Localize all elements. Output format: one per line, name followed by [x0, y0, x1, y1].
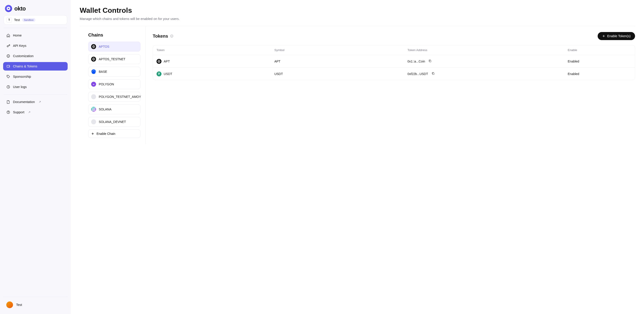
enable-tokens-label: Enable Token(s)	[607, 34, 630, 38]
col-token: Token	[153, 45, 271, 55]
token-status: Enabled	[564, 55, 635, 68]
brand-logo: okto	[3, 4, 68, 15]
nav-label: Sponsorship	[13, 75, 31, 78]
table-row: USDT USDT 0xf22b...USDT Enabled	[153, 68, 635, 80]
token-icon	[156, 59, 162, 64]
col-enable: Enable	[564, 45, 635, 55]
nav-label: Documentation	[13, 100, 35, 104]
col-symbol: Symbol	[271, 45, 404, 55]
chain-label: SOLANA	[99, 108, 112, 111]
brand-name: okto	[14, 6, 26, 12]
external-link-icon	[38, 100, 41, 103]
workspace-switcher[interactable]: T Test Sandbox	[4, 15, 67, 25]
nav-api-keys[interactable]: API Keys	[3, 42, 68, 50]
chain-icon	[91, 82, 96, 87]
tokens-heading: Tokens	[153, 34, 168, 39]
chain-label: BASE	[99, 70, 107, 74]
chain-icon	[91, 69, 96, 74]
workspace-initial: T	[6, 17, 12, 22]
clock-icon	[6, 85, 10, 89]
token-status: Enabled	[564, 68, 635, 80]
chain-label: POLYGON	[99, 82, 114, 86]
chain-icon	[91, 94, 96, 99]
chain-item-aptos_testnet[interactable]: APTOS_TESTNET	[88, 54, 140, 64]
user-menu[interactable]: Test	[4, 299, 67, 309]
primary-nav: Home API Keys Customization Chains & Tok…	[3, 31, 68, 91]
nav-chains-tokens[interactable]: Chains & Tokens	[3, 62, 68, 70]
info-icon[interactable]	[170, 34, 174, 38]
copy-icon	[431, 72, 435, 75]
chain-item-aptos[interactable]: APTOS	[88, 42, 140, 52]
file-icon	[6, 100, 10, 104]
chain-item-polygon[interactable]: POLYGON	[88, 79, 140, 89]
token-name: APT	[164, 60, 170, 63]
enable-tokens-button[interactable]: Enable Token(s)	[598, 32, 635, 40]
chain-label: POLYGON_TESTNET_AMOY	[99, 95, 141, 98]
page-subtitle: Manage which chains and tokens will be e…	[80, 17, 635, 20]
key-icon	[6, 44, 10, 48]
nav-sponsorship[interactable]: Sponsorship	[3, 72, 68, 81]
chain-icon	[91, 107, 96, 112]
token-name: USDT	[164, 72, 172, 76]
chains-panel: Chains APTOSAPTOS_TESTNETBASEPOLYGONPOLY…	[80, 26, 146, 144]
token-address: 0x1::a...Coin	[408, 60, 425, 63]
workspace-env-badge: Sandbox	[22, 18, 36, 22]
home-icon	[6, 33, 10, 38]
wallet-icon	[6, 64, 10, 68]
token-symbol: APT	[271, 55, 404, 68]
enable-chain-button[interactable]: Enable Chain	[88, 130, 140, 138]
token-icon	[156, 72, 162, 76]
help-icon	[6, 110, 10, 114]
divider	[4, 94, 67, 94]
main-content: Wallet Controls Manage which chains and …	[71, 0, 644, 314]
nav-label: Home	[13, 34, 22, 37]
nav-home[interactable]: Home	[3, 31, 68, 40]
tokens-panel: Tokens Enable Token(s) Token Symbol	[146, 26, 635, 144]
external-link-icon	[28, 111, 31, 114]
tag-icon	[6, 74, 10, 78]
nav-label: User logs	[13, 85, 27, 89]
palette-icon	[6, 54, 10, 58]
token-address: 0xf22b...USDT	[408, 72, 428, 76]
token-table: Token Symbol Token Address Enable APT AP…	[153, 45, 635, 80]
sidebar: okto T Test Sandbox Home API Keys Custom…	[0, 0, 71, 314]
chain-item-solana_devnet[interactable]: SOLANA_DEVNET	[88, 117, 140, 127]
brand-mark-icon	[5, 5, 12, 12]
col-address: Token Address	[404, 45, 564, 55]
nav-label: API Keys	[13, 44, 26, 48]
chain-label: SOLANA_DEVNET	[99, 120, 126, 124]
nav-label: Chains & Tokens	[13, 64, 38, 68]
user-name: Test	[16, 303, 22, 306]
chain-list: APTOSAPTOS_TESTNETBASEPOLYGONPOLYGON_TES…	[88, 42, 140, 127]
token-symbol: USDT	[271, 68, 404, 80]
nav-customization[interactable]: Customization	[3, 52, 68, 60]
chain-icon	[91, 44, 96, 49]
user-avatar-icon	[6, 302, 13, 308]
enable-chain-label: Enable Chain	[96, 132, 115, 136]
chain-icon	[91, 119, 96, 124]
nav-support[interactable]: Support	[3, 108, 68, 116]
copy-icon	[428, 59, 432, 63]
chain-label: APTOS_TESTNET	[99, 57, 126, 61]
nav-label: Customization	[13, 54, 34, 58]
copy-address-button[interactable]	[428, 59, 432, 64]
workspace-name: Test	[14, 18, 20, 22]
chain-label: APTOS	[99, 45, 109, 48]
divider	[4, 28, 67, 28]
nav-user-logs[interactable]: User logs	[3, 83, 68, 91]
page-title: Wallet Controls	[80, 6, 635, 14]
copy-address-button[interactable]	[431, 71, 435, 76]
chain-item-base[interactable]: BASE	[88, 67, 140, 76]
table-row: APT APT 0x1::a...Coin Enabled	[153, 55, 635, 68]
chain-item-solana[interactable]: SOLANA	[88, 104, 140, 114]
plus-icon	[91, 132, 94, 135]
chains-heading: Chains	[88, 32, 140, 38]
plus-icon	[602, 34, 605, 38]
nav-label: Support	[13, 110, 24, 114]
chain-icon	[91, 57, 96, 62]
chain-item-polygon_testnet_amoy[interactable]: POLYGON_TESTNET_AMOY	[88, 92, 140, 102]
secondary-nav: Documentation Support	[3, 98, 68, 116]
nav-documentation[interactable]: Documentation	[3, 98, 68, 106]
